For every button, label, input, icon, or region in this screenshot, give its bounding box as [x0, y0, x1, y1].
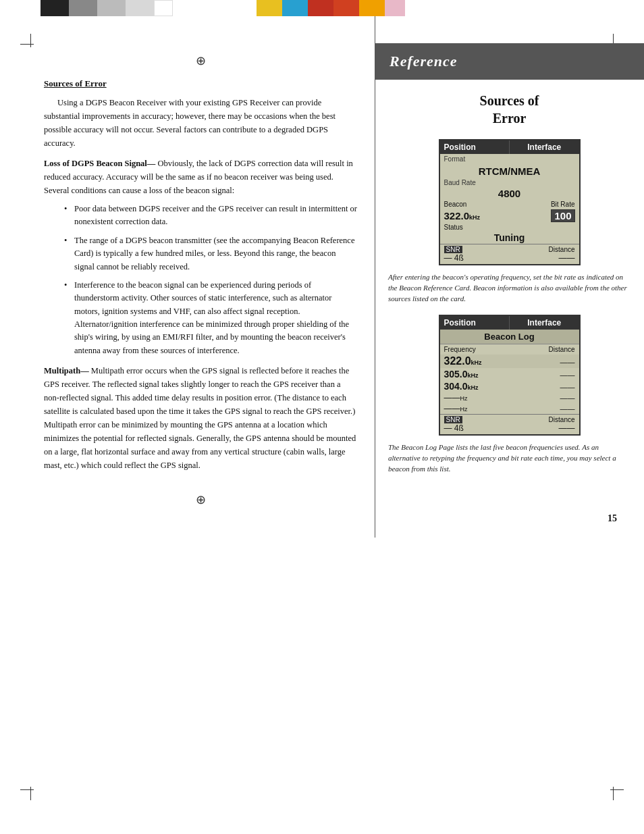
right-section-title: Sources ofError	[388, 92, 630, 127]
multipath-paragraph: Multipath— Multipath error occurs when t…	[44, 364, 358, 472]
bullet-item-3: Interference to the beacon signal can be…	[64, 279, 358, 357]
caption-2: The Beacon Log Page lists the last five …	[388, 442, 630, 475]
multipath-heading-bold: Multipath—	[44, 366, 89, 375]
gps-screen-1: Position Interface Format RTCM/NMEA Baud…	[439, 139, 581, 265]
screen2-header: Position Interface	[440, 316, 579, 330]
screen1-format-label: Format	[440, 154, 579, 164]
screen2-dist-4: ——	[560, 405, 575, 413]
caption-1: After entering the beacon's operating fr…	[388, 272, 630, 305]
full-page: ⊕ Sources of Error Using a DGPS Beacon R…	[0, 0, 644, 834]
screen2-dist-0: ——	[560, 358, 575, 366]
screen2-log-title: Beacon Log	[440, 330, 579, 344]
screen1-bottom: SNR — 4ß Distance ——	[440, 244, 579, 264]
screen2-dist-2: ——	[560, 383, 575, 391]
screen2-snr: SNR — 4ß	[444, 416, 464, 433]
screen1-beacon-row-labels: Beacon Bit Rate	[440, 200, 579, 209]
screen2-dist-1: ——	[560, 371, 575, 379]
bar-color-5	[359, 0, 385, 16]
screen2-header-right: Interface	[510, 316, 579, 330]
screen1-header: Position Interface	[440, 140, 579, 154]
page-number: 15	[608, 513, 617, 524]
screen1-baud-value: 4800	[440, 187, 579, 200]
screen2-freq-2: 304.0kHz	[444, 381, 479, 392]
bar-seg-1	[41, 0, 69, 16]
right-col-content: Sources ofError Position Interface Forma…	[375, 92, 644, 498]
screen2-freq-3: ——Hz	[444, 393, 468, 402]
screen2-header-left: Position	[440, 316, 510, 330]
bar-color-3	[308, 0, 333, 16]
screen1-bitrate-label: Bit Rate	[551, 201, 575, 208]
screen1-header-left: Position	[440, 140, 510, 154]
screen1-beacon-values: 322.0kHz 100	[440, 209, 579, 223]
screen2-freq-1: 305.0kHz	[444, 369, 479, 380]
sources-heading: Sources of Error	[44, 78, 358, 89]
bar-seg-4	[126, 0, 154, 16]
loss-paragraph: Loss of DGPS Beacon Signal— Obviously, t…	[44, 157, 358, 197]
screen2-col-headers: Frequency Distance	[440, 344, 579, 355]
screen2-dist-3: ——	[560, 394, 575, 402]
column-divider	[375, 16, 375, 538]
right-column: Reference Sources ofError Position Inter…	[375, 43, 644, 538]
screen1-snr: SNR — 4ß	[444, 246, 464, 263]
screen2-dist: Distance ——	[549, 416, 575, 433]
screen1-dist: Distance ——	[549, 246, 575, 263]
bar-color-4	[333, 0, 359, 16]
screen2-freq-row-1: 305.0kHz ——	[440, 368, 579, 380]
screen2-freq-row-4: ——Hz ——	[440, 403, 579, 414]
loss-heading-bold: Loss of DGPS Beacon Signal—	[44, 159, 155, 168]
screen1-freq-val: 322.0kHz	[444, 210, 481, 221]
left-column: ⊕ Sources of Error Using a DGPS Beacon R…	[0, 43, 375, 538]
screen1-baud-label: Baud Rate	[440, 178, 579, 187]
bullet-item-2: The range of a DGPS beacon transmitter (…	[64, 234, 358, 273]
screen2-bottom: SNR — 4ß Distance ——	[440, 414, 579, 434]
bullet-list: Poor data between DGPS receiver and the …	[64, 203, 358, 357]
screen2-freq-row-2: 304.0kHz ——	[440, 380, 579, 392]
screen1-header-right: Interface	[510, 140, 579, 154]
bar-seg-3	[97, 0, 126, 16]
screen2-freq-4: ——Hz	[444, 404, 468, 413]
crosshair-bottom: ⊕	[44, 492, 358, 507]
screen2-freq-row-0: 322.0kHz ——	[440, 355, 579, 368]
screen1-beacon-label: Beacon	[444, 201, 467, 208]
bar-color-1	[257, 0, 282, 16]
screen2-freq-header: Frequency	[444, 346, 476, 353]
intro-paragraph: Using a DGPS Beacon Receiver with your e…	[44, 96, 358, 150]
multipath-text-body: Multipath error occurs when the GPS sign…	[44, 366, 356, 470]
gps-screen-2: Position Interface Beacon Log Frequency …	[439, 315, 581, 436]
screen2-dist-header: Distance	[549, 346, 575, 353]
bar-color-2	[282, 0, 308, 16]
crosshair-top: ⊕	[44, 53, 358, 68]
screen2-freq-row-3: ——Hz ——	[440, 392, 579, 403]
bar-seg-5	[154, 0, 173, 16]
bar-seg-2	[69, 0, 97, 16]
screen1-bitrate-val: 100	[551, 209, 574, 222]
reference-banner: Reference	[375, 43, 644, 80]
screen1-status-value: Tuning	[440, 232, 579, 244]
top-color-bars	[0, 0, 644, 16]
screen1-format-value: RTCM/NMEA	[440, 164, 579, 178]
screen2-freq-0: 322.0kHz	[444, 355, 482, 367]
bar-color-6	[385, 0, 405, 16]
screen1-status-label: Status	[440, 223, 579, 232]
bullet-item-1: Poor data between DGPS receiver and the …	[64, 203, 358, 229]
main-layout: ⊕ Sources of Error Using a DGPS Beacon R…	[0, 16, 644, 538]
